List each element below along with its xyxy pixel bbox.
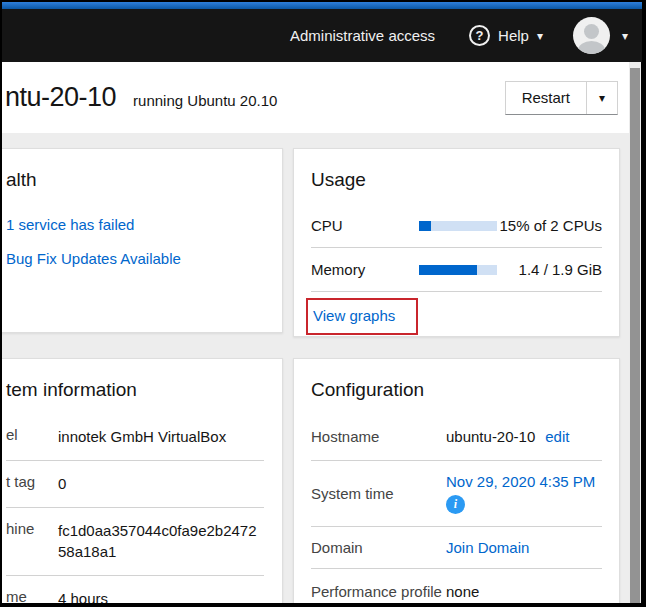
view-graphs-annotation-box: View graphs	[306, 298, 418, 335]
page-title: ntu-20-10	[5, 82, 116, 113]
service-failed-link[interactable]: 1 service has failed	[6, 216, 264, 233]
user-menu-chevron-down-icon[interactable]: ▾	[622, 30, 628, 42]
performance-profile-term: Performance profile	[311, 583, 446, 600]
model-value: innotek GmbH VirtualBox	[58, 426, 264, 448]
restart-dropdown-toggle[interactable]: ▾	[586, 82, 617, 114]
system-time-link[interactable]: Nov 29, 2020 4:35 PM	[446, 473, 595, 490]
system-information-card-title: tem information	[6, 379, 264, 401]
help-label: Help	[498, 27, 529, 44]
asset-tag-row: t tag 0	[6, 461, 264, 508]
health-card: alth 1 service has failed Bug Fix Update…	[2, 148, 283, 333]
cpu-progress-bar	[419, 221, 497, 231]
configuration-card-title: Configuration	[311, 379, 602, 401]
cpu-usage-row: CPU 15% of 2 CPUs	[311, 204, 602, 248]
configuration-card: Configuration Hostname ubuntu-20-10 edit…	[293, 358, 620, 603]
domain-term: Domain	[311, 539, 446, 556]
usage-card-title: Usage	[311, 169, 602, 191]
system-time-term: System time	[311, 485, 446, 502]
hostname-value: ubuntu-20-10	[446, 426, 535, 448]
system-information-card: tem information el innotek GmbH VirtualB…	[2, 358, 283, 603]
avatar-head-shape	[584, 24, 599, 39]
memory-usage-row: Memory 1.4 / 1.9 GiB	[311, 248, 602, 292]
overview-page: ntu-20-10 running Ubuntu 20.10 Restart ▾…	[2, 62, 630, 603]
restart-split-button: Restart ▾	[505, 81, 618, 115]
performance-profile-value: none	[446, 581, 602, 603]
page-subtitle: running Ubuntu 20.10	[133, 92, 277, 109]
chevron-down-icon: ▾	[599, 92, 605, 104]
vertical-scrollbar[interactable]	[629, 62, 641, 603]
uptime-row: me 4 hours	[6, 576, 264, 603]
usage-rows: CPU 15% of 2 CPUs Memory 1.4 / 1.9 GiB	[311, 204, 602, 292]
cpu-usage-value: 15% of 2 CPUs	[497, 217, 602, 234]
system-time-row: System time Nov 29, 2020 4:35 PM i	[311, 461, 602, 527]
hostname-edit-link[interactable]: edit	[545, 428, 569, 445]
usage-card: Usage CPU 15% of 2 CPUs Memory 1.4 / 1.9…	[293, 148, 620, 337]
scrollbar-thumb[interactable]	[630, 68, 640, 603]
memory-progress-fill	[419, 265, 477, 275]
join-domain-link[interactable]: Join Domain	[446, 539, 602, 556]
machine-id-term: hine	[6, 520, 58, 564]
chevron-down-icon: ▾	[537, 30, 543, 42]
bug-fix-updates-link[interactable]: Bug Fix Updates Available	[6, 250, 264, 267]
system-information-list: el innotek GmbH VirtualBox t tag 0 hine …	[6, 414, 264, 603]
masthead: Administrative access ? Help ▾ ▾	[2, 9, 642, 62]
asset-tag-term: t tag	[6, 473, 58, 495]
administrative-access-button[interactable]: Administrative access	[290, 27, 435, 44]
avatar-body-shape	[578, 41, 605, 54]
model-row: el innotek GmbH VirtualBox	[6, 414, 264, 461]
memory-progress-bar	[419, 265, 497, 275]
health-card-title: alth	[6, 169, 264, 191]
domain-row: Domain Join Domain	[311, 527, 602, 569]
machine-id-row: hine fc1d0aa357044c0fa9e2b247258a18a1	[6, 508, 264, 577]
help-menu[interactable]: ? Help ▾	[469, 25, 543, 46]
uptime-value: 4 hours	[58, 588, 264, 603]
asset-tag-value: 0	[58, 473, 264, 495]
cpu-label: CPU	[311, 217, 419, 234]
hostname-row: Hostname ubuntu-20-10 edit	[311, 414, 602, 461]
top-accent-bar	[2, 2, 642, 9]
info-icon[interactable]: i	[446, 495, 465, 514]
help-icon: ?	[469, 25, 490, 46]
restart-button[interactable]: Restart	[506, 82, 586, 114]
configuration-list: Hostname ubuntu-20-10 edit System time N…	[311, 414, 602, 603]
user-avatar[interactable]	[573, 17, 610, 54]
cpu-progress-fill	[419, 221, 431, 231]
uptime-term: me	[6, 588, 58, 603]
machine-id-value: fc1d0aa357044c0fa9e2b247258a18a1	[58, 520, 264, 564]
memory-usage-value: 1.4 / 1.9 GiB	[497, 261, 602, 278]
hostname-term: Hostname	[311, 428, 446, 445]
page-header: ntu-20-10 running Ubuntu 20.10 Restart ▾	[2, 62, 630, 133]
memory-label: Memory	[311, 261, 419, 278]
app-window: Administrative access ? Help ▾ ▾ ntu-20-…	[0, 0, 646, 607]
view-graphs-link[interactable]: View graphs	[313, 307, 395, 324]
health-links: 1 service has failed Bug Fix Updates Ava…	[6, 216, 264, 267]
performance-profile-row: Performance profile none	[311, 569, 602, 603]
model-term: el	[6, 426, 58, 448]
